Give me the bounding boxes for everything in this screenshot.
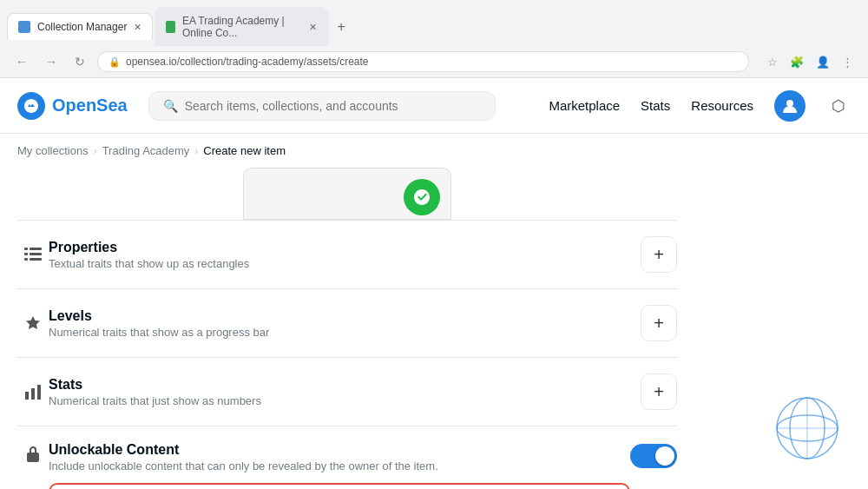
unlockable-icon: [17, 444, 49, 463]
svg-rect-6: [30, 258, 42, 261]
properties-title: Properties: [49, 240, 641, 255]
svg-rect-10: [37, 385, 41, 400]
levels-info: Levels Numerical traits that show as a p…: [49, 308, 641, 339]
properties-desc: Textual traits that show up as rectangle…: [49, 257, 641, 270]
svg-marker-7: [26, 316, 40, 329]
levels-desc: Numerical traits that show as a progress…: [49, 326, 641, 339]
opensea-logo-icon: [17, 92, 45, 120]
svg-rect-1: [24, 248, 28, 250]
breadcrumb-sep-2: ›: [194, 145, 198, 157]
address-bar: ← → ↻ 🔒 opensea.io/collection/trading-ac…: [0, 46, 868, 77]
main-content: Properties Textual traits that show up a…: [0, 168, 694, 489]
nav-stats[interactable]: Stats: [641, 98, 670, 113]
tab-favicon-1: [18, 21, 30, 33]
svg-rect-2: [24, 253, 28, 255]
opensea-header: OpenSea 🔍 Marketplace Stats Resources ⬡: [0, 78, 868, 134]
opensea-logo-text: OpenSea: [52, 96, 128, 116]
properties-info: Properties Textual traits that show up a…: [49, 240, 641, 270]
unlockable-title: Unlockable Content: [49, 442, 630, 458]
stats-action: +: [641, 373, 677, 410]
svg-rect-9: [31, 388, 35, 400]
unlockable-info: Unlockable Content Include unlockable co…: [49, 442, 630, 489]
breadcrumb-my-collections[interactable]: My collections: [17, 144, 89, 157]
svg-rect-4: [30, 248, 42, 250]
svg-rect-3: [24, 258, 28, 261]
stats-icon: [17, 383, 49, 400]
nav-resources[interactable]: Resources: [691, 98, 753, 113]
wallet-icon-btn[interactable]: ⬡: [826, 91, 851, 121]
nav-marketplace[interactable]: Marketplace: [549, 98, 620, 113]
levels-title: Levels: [49, 308, 641, 324]
profile-button[interactable]: 👤: [812, 53, 834, 71]
stats-info: Stats Numerical traits that just show as…: [49, 377, 641, 407]
tab-bar: Collection Manager ✕ EA Trading Academy …: [0, 0, 868, 46]
tab-ea-trading[interactable]: EA Trading Academy | Online Co... ✕: [155, 7, 328, 46]
svg-rect-5: [30, 253, 42, 255]
tab-close-1[interactable]: ✕: [134, 22, 141, 33]
stats-row: Stats Numerical traits that just show as…: [17, 357, 677, 426]
search-input[interactable]: [185, 99, 481, 113]
stats-desc: Numerical traits that just show as numbe…: [49, 394, 641, 407]
browser-chrome: Collection Manager ✕ EA Trading Academy …: [0, 0, 868, 78]
tab-collection-manager[interactable]: Collection Manager ✕: [7, 13, 153, 40]
tab-favicon-2: [166, 21, 175, 33]
unlockable-textarea[interactable]: [49, 483, 630, 489]
unlockable-action: [630, 444, 677, 468]
bookmark-button[interactable]: ☆: [763, 53, 782, 71]
levels-icon: [17, 314, 49, 332]
back-button[interactable]: ←: [10, 51, 33, 72]
breadcrumb-trading-academy[interactable]: Trading Academy: [102, 144, 190, 157]
forward-button[interactable]: →: [40, 51, 62, 72]
svg-rect-11: [27, 453, 39, 462]
properties-action: +: [641, 236, 677, 273]
tab-add-button[interactable]: +: [330, 16, 352, 38]
search-bar-container: 🔍: [148, 91, 496, 121]
user-avatar[interactable]: [774, 90, 806, 122]
properties-add-button[interactable]: +: [641, 236, 677, 273]
breadcrumb-current: Create new item: [203, 144, 286, 157]
url-text: opensea.io/collection/trading-academy/as…: [126, 56, 369, 68]
search-icon: 🔍: [163, 99, 178, 113]
stats-add-button[interactable]: +: [641, 373, 677, 410]
nav-links: Marketplace Stats Resources ⬡: [549, 90, 851, 122]
tab-label-1: Collection Manager: [37, 21, 127, 33]
unlockable-toggle-knob: [655, 446, 674, 466]
opensea-logo[interactable]: OpenSea: [17, 92, 128, 120]
tab-close-2[interactable]: ✕: [309, 22, 317, 33]
properties-icon: [17, 247, 49, 262]
unlockable-desc: Include unlockable content that can only…: [49, 459, 630, 472]
unlockable-toggle[interactable]: [630, 444, 677, 468]
unlockable-content-wrapper: [49, 483, 630, 489]
breadcrumb: My collections › Trading Academy › Creat…: [0, 134, 868, 168]
levels-add-button[interactable]: +: [641, 305, 677, 341]
stats-title: Stats: [49, 377, 641, 393]
lock-icon: 🔒: [108, 56, 121, 68]
levels-row: Levels Numerical traits that show as a p…: [17, 288, 677, 357]
browser-actions: ☆ 🧩 👤 ⋮: [763, 53, 858, 71]
extensions-button[interactable]: 🧩: [786, 53, 808, 71]
tab-label-2: EA Trading Academy | Online Co...: [182, 15, 303, 39]
svg-rect-8: [25, 392, 29, 400]
levels-action: +: [641, 305, 677, 341]
properties-row: Properties Textual traits that show up a…: [17, 220, 677, 288]
svg-point-0: [786, 100, 793, 107]
breadcrumb-sep-1: ›: [94, 145, 97, 157]
unlockable-row: Unlockable Content Include unlockable co…: [17, 426, 677, 489]
url-bar[interactable]: 🔒 opensea.io/collection/trading-academy/…: [97, 51, 749, 72]
menu-button[interactable]: ⋮: [838, 53, 858, 71]
refresh-button[interactable]: ↻: [69, 51, 90, 72]
globe-decoration: [773, 393, 842, 463]
